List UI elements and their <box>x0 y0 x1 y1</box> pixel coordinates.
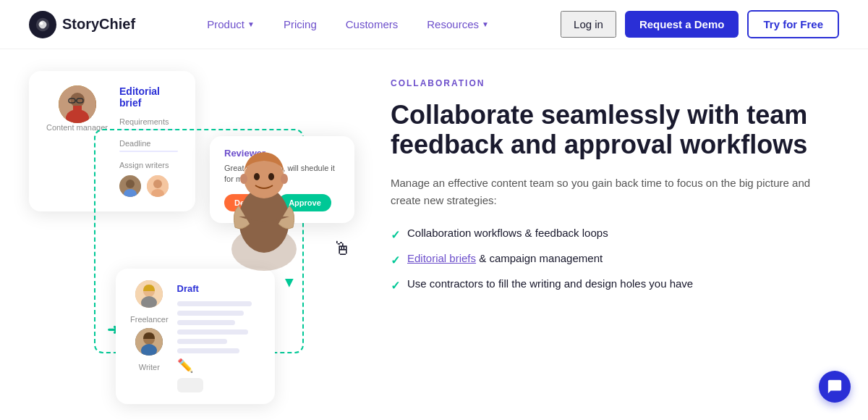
svg-point-10 <box>126 180 135 188</box>
svg-point-26 <box>240 174 247 184</box>
draft-line-5 <box>177 339 227 344</box>
feature-item-1: ✓ Collaboration workflows & feedback loo… <box>391 227 839 242</box>
brief-deadline-line <box>119 151 178 152</box>
svg-point-27 <box>281 174 288 184</box>
illustration-area: Content manager Editorial brief Requirem… <box>29 64 362 411</box>
resources-chevron-icon: ▼ <box>482 20 489 28</box>
writer-avatar <box>135 328 163 356</box>
nav-links: Product ▼ Pricing Customers Resources ▼ <box>195 12 501 36</box>
chat-widget-button[interactable] <box>819 371 851 403</box>
editorial-brief-card: Content manager Editorial brief Requirem… <box>29 71 195 211</box>
nav-actions: Log in Request a Demo Try for Free <box>561 10 839 38</box>
nav-pricing[interactable]: Pricing <box>272 12 328 36</box>
feature-text-1: Collaboration workflows & feedback loops <box>407 227 608 239</box>
draft-line-6 <box>177 348 240 353</box>
feature-text-2: Editorial briefs & campaign management <box>407 252 603 264</box>
freelancer-label: Freelancer <box>130 315 169 324</box>
navbar: StoryChief Product ▼ Pricing Customers R… <box>0 0 868 49</box>
content-manager-label: Content manager <box>46 123 108 132</box>
try-free-button[interactable]: Try for Free <box>747 10 839 38</box>
draft-line-4 <box>177 329 248 335</box>
brief-deadline-label: Deadline <box>119 139 178 148</box>
feature-text-3: Use contractors to fill the writing and … <box>407 277 693 290</box>
person-image <box>213 119 315 271</box>
feature-list: ✓ Collaboration workflows & feedback loo… <box>391 227 839 293</box>
section-heading: Collaborate seamlessly with team feedbac… <box>391 100 839 160</box>
text-content: COLLABORATION Collaborate seamlessly wit… <box>362 64 839 303</box>
brief-assign-label: Assign writers <box>119 161 178 169</box>
feature-item-2: ✓ Editorial briefs & campaign management <box>391 252 839 267</box>
logo-icon <box>29 11 56 38</box>
draft-card: Freelancer Writer Draft <box>116 269 275 404</box>
nav-product[interactable]: Product ▼ <box>195 12 266 36</box>
feature-item-3: ✓ Use contractors to fill the writing an… <box>391 277 839 293</box>
svg-point-13 <box>153 180 162 188</box>
chat-bubble <box>177 378 203 392</box>
request-demo-button[interactable]: Request a Demo <box>625 11 739 38</box>
section-label: COLLABORATION <box>391 78 839 88</box>
brief-requirements-line <box>119 129 178 130</box>
svg-point-25 <box>268 173 274 180</box>
main-content: Content manager Editorial brief Requirem… <box>0 49 868 420</box>
feature-text-2-suffix: & campaign management <box>479 252 603 264</box>
editorial-briefs-link[interactable]: Editorial briefs <box>407 252 476 264</box>
pencil-icon: ✏️ <box>177 358 260 374</box>
nav-resources[interactable]: Resources ▼ <box>415 12 501 36</box>
draft-line-1 <box>177 301 252 306</box>
hand-cursor-icon: 🖱 <box>333 238 352 260</box>
section-description: Manage an effective content team so you … <box>391 175 839 209</box>
check-icon-2: ✓ <box>391 253 400 267</box>
nav-customers[interactable]: Customers <box>334 12 410 36</box>
freelancer-avatar <box>135 280 163 308</box>
svg-point-24 <box>254 173 260 180</box>
content-manager-avatar <box>59 85 96 123</box>
draft-line-3 <box>177 320 236 325</box>
svg-rect-5 <box>73 106 82 112</box>
check-icon-3: ✓ <box>391 279 400 293</box>
product-chevron-icon: ▼ <box>247 20 255 28</box>
brief-card-title: Editorial brief <box>119 85 178 109</box>
writer-avatar-1 <box>119 175 141 197</box>
draft-card-title: Draft <box>177 283 260 294</box>
writer-avatar-2 <box>147 175 169 197</box>
brief-avatars <box>119 175 178 197</box>
svg-point-1 <box>40 21 43 25</box>
arrow-up-icon: ▲ <box>282 275 297 292</box>
writer-label: Writer <box>139 363 160 371</box>
brief-requirements-label: Requirements <box>119 117 178 126</box>
check-icon-1: ✓ <box>391 228 400 242</box>
draft-line-2 <box>177 311 244 316</box>
logo-text: StoryChief <box>62 16 135 33</box>
svg-point-3 <box>70 93 85 107</box>
login-button[interactable]: Log in <box>561 11 616 38</box>
logo[interactable]: StoryChief <box>29 11 135 38</box>
